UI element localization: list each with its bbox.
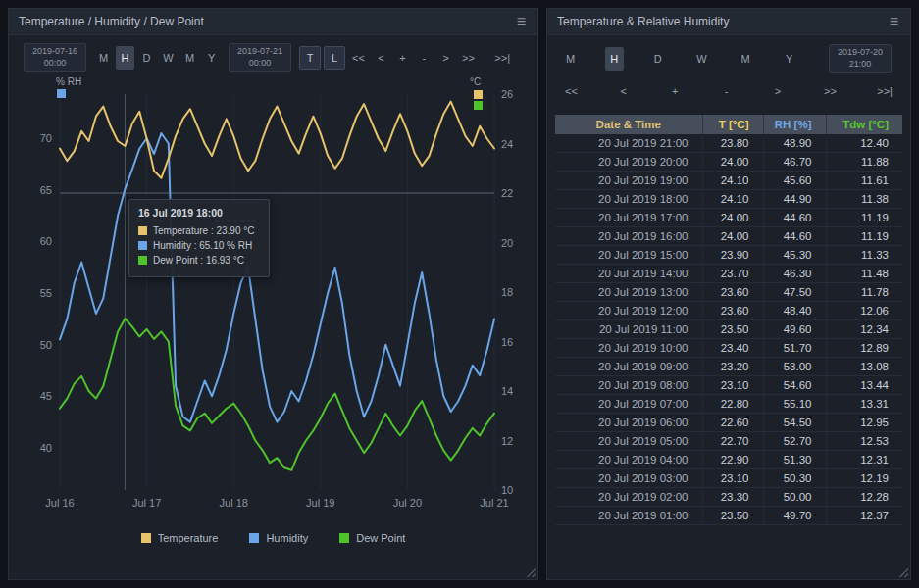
left-axis-tick-label: 55: [40, 287, 52, 299]
table-panel-header: Temperature & Relative Humidity ≡: [547, 9, 910, 35]
nav-back-button[interactable]: <: [372, 46, 390, 70]
table-panel-title: Temperature & Relative Humidity: [557, 15, 729, 28]
cell-tdw: 13.08: [826, 358, 902, 376]
cell-tdw: 11.48: [826, 265, 902, 283]
table-row: 20 Jul 2019 13:0023.6047.5011.78: [555, 283, 902, 302]
mode-l-button[interactable]: L: [324, 46, 345, 70]
start-datetime-box[interactable]: 2019-07-16 00:00: [24, 43, 86, 72]
header-datetime[interactable]: Date & Time: [555, 115, 702, 134]
cell-datetime: 20 Jul 2019 07:00: [555, 395, 702, 414]
resize-handle[interactable]: [525, 566, 536, 577]
humidity-legend-icon: [249, 533, 259, 543]
range-month2-button[interactable]: M: [737, 47, 755, 71]
chart-panel: Temperature / Humidity / Dew Point ≡ 201…: [8, 8, 538, 580]
header-dew-point[interactable]: Tdw [°C]: [826, 115, 902, 134]
menu-icon[interactable]: ≡: [888, 14, 900, 29]
range-hour-button[interactable]: H: [116, 46, 134, 70]
range-week-button[interactable]: W: [692, 47, 711, 71]
cell-datetime: 20 Jul 2019 10:00: [555, 339, 702, 358]
right-axis-tick-label: 22: [501, 187, 513, 199]
table-row: 20 Jul 2019 04:0022.9051.3012.31: [555, 451, 902, 469]
range-day-button[interactable]: D: [137, 46, 156, 70]
right-axis-unit-label: °C: [470, 76, 481, 87]
nav-back-button[interactable]: <: [614, 79, 633, 103]
zoom-out-button[interactable]: -: [717, 79, 736, 103]
table-row: 20 Jul 2019 15:0023.9045.3011.33: [555, 246, 902, 265]
table-row: 20 Jul 2019 14:0023.7046.3011.48: [555, 265, 902, 283]
cell-tdw: 12.34: [826, 320, 902, 339]
cell-rh: 51.70: [763, 339, 826, 358]
cell-datetime: 20 Jul 2019 01:00: [555, 507, 702, 525]
cell-datetime: 20 Jul 2019 12:00: [555, 302, 702, 320]
chart-toolbar: 2019-07-16 00:00 M H D W M Y 2019-07-21 …: [9, 35, 537, 75]
cell-tdw: 12.95: [826, 414, 902, 432]
nav-forward-button[interactable]: >: [769, 79, 788, 103]
dew-point-swatch-icon: [138, 256, 147, 265]
range-month-button[interactable]: M: [561, 47, 580, 71]
legend-item-humidity[interactable]: Humidity: [249, 532, 308, 544]
cell-datetime: 20 Jul 2019 13:00: [555, 283, 702, 302]
cell-t: 24.00: [702, 227, 763, 246]
zoom-out-button[interactable]: -: [415, 46, 434, 70]
end-date: 2019-07-21: [237, 46, 282, 58]
cell-t: 22.60: [702, 414, 763, 432]
table-row: 20 Jul 2019 08:0023.1054.6013.44: [555, 376, 902, 395]
table-row: 20 Jul 2019 16:0024.0044.6011.19: [555, 227, 902, 246]
cell-rh: 52.70: [763, 432, 826, 451]
header-humidity[interactable]: RH [%]: [763, 115, 826, 134]
zoom-in-button[interactable]: +: [393, 46, 412, 70]
tooltip-row-temperature: Temperature : 23.90 °C: [138, 225, 260, 236]
table-panel: Temperature & Relative Humidity ≡ M H D …: [546, 8, 911, 580]
nav-fast-back-button[interactable]: <<: [561, 79, 582, 103]
nav-fast-forward-button[interactable]: >>: [820, 79, 841, 103]
mode-t-button[interactable]: T: [299, 46, 321, 70]
header-temperature[interactable]: T [°C]: [702, 115, 763, 134]
range-day-button[interactable]: D: [648, 47, 667, 71]
table-row: 20 Jul 2019 05:0022.7052.7012.53: [555, 432, 902, 451]
end-datetime-box[interactable]: 2019-07-21 00:00: [229, 43, 291, 72]
cell-t: 24.10: [702, 172, 763, 190]
right-axis-tick-label: 14: [501, 385, 513, 397]
start-time: 00:00: [32, 58, 77, 70]
nav-forward-button[interactable]: >: [436, 46, 455, 70]
nav-fast-forward-button[interactable]: >>: [458, 46, 479, 70]
range-year-button[interactable]: Y: [202, 46, 221, 70]
temperature-legend-icon: [141, 533, 151, 543]
cell-t: 23.80: [702, 134, 763, 153]
x-axis-tick-label: Jul 21: [480, 497, 508, 509]
nav-jump-end-button[interactable]: >>|: [873, 79, 896, 103]
table-toolbar-row2: << < + - > >> >>|: [547, 73, 910, 112]
range-month-button[interactable]: M: [94, 46, 113, 70]
cell-tdw: 11.61: [826, 172, 902, 190]
cell-rh: 49.60: [763, 320, 826, 339]
thd-line-chart[interactable]: Jul 16Jul 17Jul 18Jul 19Jul 20Jul 217065…: [15, 75, 532, 516]
tooltip-row-dew-point: Dew Point : 16.93 °C: [138, 255, 260, 266]
cell-rh: 50.30: [763, 469, 826, 488]
table-row: 20 Jul 2019 10:0023.4051.7012.89: [555, 339, 902, 358]
range-hour-button[interactable]: H: [605, 47, 624, 71]
range-week-button[interactable]: W: [159, 46, 178, 70]
cell-t: 23.40: [702, 339, 763, 358]
nav-jump-end-button[interactable]: >>|: [490, 46, 514, 70]
range-year-button[interactable]: Y: [780, 47, 798, 71]
cell-tdw: 12.89: [826, 339, 902, 358]
legend-item-dew-point[interactable]: Dew Point: [339, 532, 405, 544]
cell-tdw: 11.78: [826, 283, 902, 302]
right-axis-tick-label: 16: [501, 336, 513, 348]
right-axis-tick-label: 26: [501, 88, 513, 100]
legend-item-temperature[interactable]: Temperature: [141, 532, 219, 544]
resize-handle[interactable]: [897, 566, 908, 577]
table-datetime-box[interactable]: 2019-07-20 21:00: [829, 44, 892, 73]
table-row: 20 Jul 2019 19:0024.1045.6011.61: [555, 172, 902, 190]
nav-fast-back-button[interactable]: <<: [348, 46, 369, 70]
cell-rh: 46.70: [763, 153, 826, 172]
right-axis-tick-label: 18: [501, 286, 513, 298]
cell-t: 22.90: [702, 451, 763, 469]
cell-datetime: 20 Jul 2019 02:00: [555, 488, 702, 507]
menu-icon[interactable]: ≡: [515, 14, 528, 29]
zoom-in-button[interactable]: +: [666, 79, 685, 103]
range-month2-button[interactable]: M: [180, 46, 199, 70]
cell-datetime: 20 Jul 2019 04:00: [555, 451, 702, 469]
cell-rh: 54.60: [763, 376, 826, 395]
x-axis-tick-label: Jul 16: [45, 497, 74, 509]
